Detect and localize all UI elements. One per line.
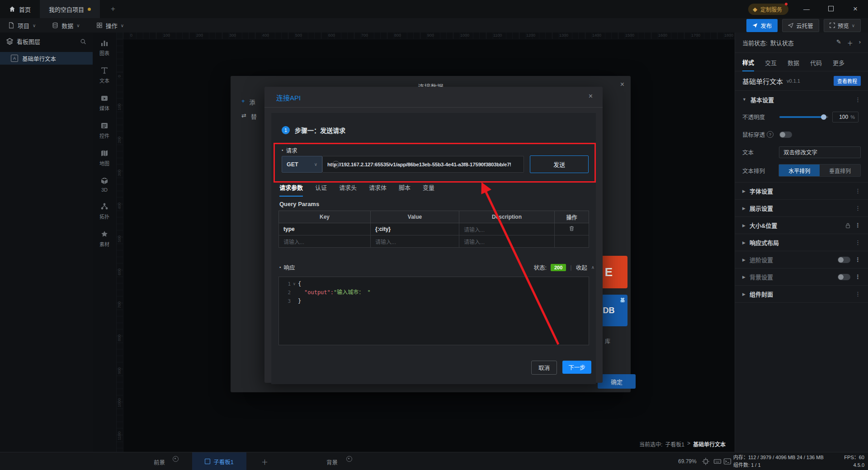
menu-project[interactable]: 项目 ∨ [0,18,44,33]
param-desc-input[interactable]: 请输入... [459,223,555,235]
menu-data[interactable]: 数据 ∨ [44,18,88,33]
param-desc-input[interactable]: 请输入... [459,235,555,248]
kebab-menu-icon[interactable]: ⋮ [855,239,861,246]
http-method-select[interactable]: GET ∨ [282,156,322,173]
subboard-tab[interactable]: 子看板1 [192,452,246,470]
param-value-input[interactable]: 请输入... [371,235,459,248]
background-settings-toggle[interactable] [838,274,850,280]
section-display-settings[interactable]: ▶ 展示设置 ⋮ [735,200,868,217]
tab-query-params[interactable]: 请求参数 [279,183,303,197]
foreground-visibility-icon[interactable] [173,456,179,462]
mouse-through-toggle[interactable] [779,132,792,138]
tab-body[interactable]: 请求体 [369,183,387,197]
section-basic-settings[interactable]: ▼ 基本设置 ⋮ [735,91,868,108]
tab-script[interactable]: 脚本 [399,183,410,197]
tutorial-button[interactable]: 查看教程 [834,76,861,86]
section-responsive-layout[interactable]: ▶ 响应式布局 ⋮ [735,234,868,251]
add-datasource-item[interactable]: + 添 [241,98,255,106]
kebab-menu-icon[interactable]: ⋮ [855,273,861,280]
kebab-menu-icon[interactable]: ⋮ [855,96,861,103]
new-tab-button[interactable]: + [100,0,126,18]
param-key-input[interactable]: 请输入... [279,235,371,248]
fold-chevron-icon[interactable]: ∨ [291,280,298,288]
param-key-input[interactable]: type [279,223,371,235]
kebab-menu-icon[interactable]: ⋮ [855,256,861,263]
tab-variables[interactable]: 变量 [423,183,434,197]
toolbox-item-topology[interactable]: 拓扑 [99,202,109,220]
fit-screen-icon[interactable] [702,457,710,465]
bullet-icon: • [279,265,281,270]
kebab-menu-icon[interactable]: ⋮ [855,188,861,194]
chevron-right-icon[interactable]: › [859,38,861,47]
tab-interaction[interactable]: 交互 [765,53,777,71]
publish-button[interactable]: 发布 [746,19,778,32]
background-visibility-icon[interactable] [346,456,352,462]
cloud-host-button[interactable]: 云托管 [782,19,819,32]
section-size-position[interactable]: ▶ 大小&位置 ⋮ [735,217,868,234]
toolbox-item-asset[interactable]: 素材 [99,230,109,248]
zoom-level[interactable]: 69.79% [678,458,697,465]
tab-data[interactable]: 数据 [788,53,799,71]
close-icon[interactable]: × [620,80,624,89]
preview-button[interactable]: 预览 ∨ [824,19,861,32]
trash-icon[interactable] [569,226,575,231]
kebab-menu-icon[interactable]: ⋮ [855,291,861,297]
opacity-slider[interactable] [779,116,828,118]
maximize-button[interactable] [825,5,837,13]
close-window-button[interactable]: × [849,5,862,14]
chevron-up-icon[interactable]: ∧ [591,265,594,270]
kebab-menu-icon[interactable]: ⋮ [855,205,861,212]
minimize-button[interactable]: — [800,5,813,13]
align-horizontal-option[interactable]: 水平排列 [779,164,820,176]
tab-home[interactable]: 首页 [0,0,40,18]
tab-more[interactable]: 更多 [833,53,844,71]
kebab-menu-icon[interactable]: ⋮ [855,222,861,229]
keyboard-icon[interactable] [713,457,722,465]
edit-state-icon[interactable]: ✎ [836,38,841,47]
send-button[interactable]: 发送 [530,155,589,173]
slider-knob[interactable] [821,114,826,120]
text-content-input[interactable]: 双击修改文字 [779,146,861,158]
tab-style[interactable]: 样式 [742,53,754,71]
tab-project[interactable]: 我的空白项目 [40,0,100,18]
section-background-settings[interactable]: ▶ 背景设置 ⋮ [735,268,868,286]
toolbox-item-widget[interactable]: 控件 [99,122,109,139]
toolbox-item-media[interactable]: 媒体 [99,94,109,112]
search-icon[interactable] [80,38,86,45]
tab-code[interactable]: 代码 [810,53,822,71]
section-font-settings[interactable]: ▶ 字体设置 ⋮ [735,183,868,200]
next-step-button[interactable]: 下一步 [562,361,591,374]
background-button[interactable]: 背景 [326,458,338,466]
opacity-value-box[interactable]: 100 % [832,112,859,122]
lock-icon[interactable] [845,223,850,228]
section-component-cover[interactable]: ▶ 组件封面 ⋮ [735,286,868,303]
tab-headers[interactable]: 请求头 [339,183,357,197]
toolbox-item-text[interactable]: 文本 [99,66,109,84]
section-advanced-settings[interactable]: ▶ 进阶设置 ⋮ [735,251,868,268]
replace-datasource-item[interactable]: ⇄ 替 [241,112,257,121]
json-value: "输入城市： " [334,289,371,296]
menu-operations[interactable]: 操作 ∨ [88,18,132,33]
collapse-toggle[interactable]: 收起 [576,263,587,272]
add-board-button[interactable]: ＋ [261,457,268,466]
selection-parent: 子看板1 [665,440,684,448]
confirm-button[interactable]: 确定 [598,374,636,389]
response-json-editor[interactable]: 1 ∨ { 2 "output":"输入城市： " 3 } [278,277,589,345]
param-value-input[interactable]: {:city} [371,223,459,235]
align-vertical-option[interactable]: 垂直排列 [820,164,860,176]
close-icon[interactable]: × [589,92,593,100]
toolbox-item-map[interactable]: 地图 [99,149,109,167]
bar-chart-icon [100,39,108,47]
toolbox-item-3d[interactable]: 3D [100,177,108,193]
tab-auth[interactable]: 认证 [315,183,327,197]
advanced-settings-toggle[interactable] [838,257,850,263]
layer-item-basic-text[interactable]: A 基础单行文本 [0,52,93,65]
request-url-input[interactable]: http://192.167.2.127:65535/v1/app/86be13… [322,156,524,173]
cancel-button[interactable]: 取消 [531,361,557,375]
foreground-button[interactable]: 前景 [154,458,165,466]
terminal-icon[interactable] [723,457,731,465]
customize-service-badge[interactable]: ◆ 定制服务 [748,4,788,15]
toolbox-item-chart[interactable]: 图表 [99,39,109,56]
add-state-icon[interactable]: ＋ [847,38,853,47]
plus-icon: + [111,5,115,14]
